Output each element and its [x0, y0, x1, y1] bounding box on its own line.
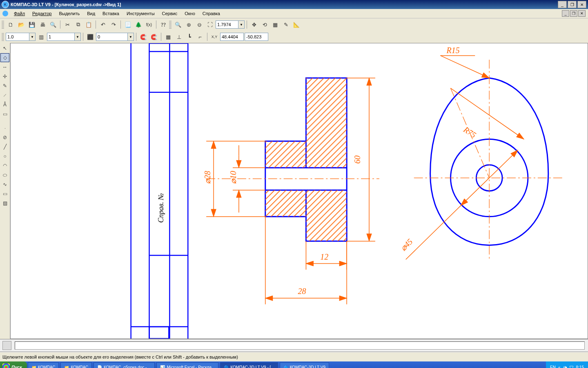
toolbar-state: 1.0 ▼ ▥ 1 ▼ ⬛ 0 ▼ 🧲 🧲 ▦ ⊥ ┗ ⌐ X,Y 48.440… — [0, 31, 588, 43]
menu-help[interactable]: Справка — [199, 10, 223, 17]
menu-service[interactable]: Сервис — [159, 10, 181, 17]
symbols-tool[interactable]: ✢ — [0, 72, 9, 81]
chevron-down-icon[interactable]: ▼ — [75, 33, 81, 41]
print-button[interactable]: 🖶 — [38, 20, 47, 29]
select-tool[interactable]: ↖ — [0, 44, 9, 53]
dimension-tool[interactable]: ↔ — [0, 63, 9, 72]
mdi-close-button[interactable]: ✕ — [578, 10, 586, 17]
command-input[interactable] — [15, 341, 585, 350]
tray-icon[interactable]: 🕪 — [563, 365, 567, 368]
geometry-tool[interactable]: ◇ — [0, 53, 9, 62]
coord-y[interactable]: -50.823 — [245, 33, 268, 41]
circle-tool[interactable]: ○ — [0, 152, 9, 161]
redraw-button[interactable]: ▦ — [270, 20, 280, 29]
save-button[interactable]: 💾 — [27, 20, 37, 29]
toolbar-grip[interactable] — [2, 20, 4, 29]
chevron-down-icon[interactable]: ▼ — [128, 33, 134, 41]
clock[interactable]: 8:15 — [576, 365, 584, 368]
new-button[interactable]: 🗋 — [6, 20, 16, 29]
color-combo[interactable]: 0 ▼ — [96, 33, 134, 41]
tray-icon[interactable]: 🛡 — [570, 365, 574, 368]
restore-button[interactable]: ❐ — [568, 1, 577, 8]
zoom-combo[interactable]: 1.7974 ▼ — [216, 20, 245, 29]
system-tray[interactable]: EN « 🕪 🛡 8:15 — [546, 361, 588, 368]
menu-edit[interactable]: Редактор — [29, 10, 55, 17]
scale-value[interactable]: 1.0 — [6, 33, 29, 41]
tray-icon[interactable]: « — [558, 365, 561, 368]
vars-button[interactable]: f(x) — [144, 20, 154, 29]
round-button[interactable]: ┗ — [185, 32, 194, 42]
chevron-down-icon[interactable]: ▼ — [238, 20, 245, 29]
copy-button[interactable]: ⧉ — [73, 20, 83, 29]
panel-icon[interactable] — [2, 341, 11, 350]
point-tool[interactable]: ⸱ — [0, 123, 9, 132]
drawing-canvas[interactable]: Справ. № — [10, 43, 588, 339]
paste-button[interactable]: 📋 — [84, 20, 94, 29]
lang-indicator[interactable]: EN — [550, 365, 556, 368]
pan-button[interactable]: ✥ — [249, 20, 259, 29]
menu-insert[interactable]: Вставка — [99, 10, 122, 17]
mdi-minimize-button[interactable]: _ — [562, 10, 569, 17]
svg-rect-17 — [306, 190, 347, 241]
redo-button[interactable]: ↷ — [109, 20, 118, 29]
zoom-value[interactable]: 1.7974 — [216, 20, 238, 29]
menu-file[interactable]: Файл — [11, 10, 28, 17]
task-item[interactable]: 🔷КОМПАС-3D LT V9 — [280, 362, 329, 368]
ellipse-tool[interactable]: ⬭ — [0, 171, 9, 180]
menu-select[interactable]: Выделить — [56, 10, 83, 17]
preview-button[interactable]: 🔍 — [48, 20, 58, 29]
task-item[interactable]: 📊Microsoft Excel - Раскла... — [156, 362, 218, 368]
open-button[interactable]: 📂 — [16, 20, 26, 29]
properties-button[interactable]: 📃 — [123, 20, 133, 29]
tree-button[interactable]: 🌲 — [134, 20, 143, 29]
layer-combo[interactable]: 1 ▼ — [47, 33, 81, 41]
cut-button[interactable]: ✂ — [62, 20, 72, 29]
edit-tool[interactable]: ✎ — [0, 81, 9, 90]
arc-tool[interactable]: ◠ — [0, 161, 9, 170]
measure-tool[interactable]: Å — [0, 100, 9, 109]
hatch-tool[interactable]: ▨ — [0, 199, 9, 208]
color-icon[interactable]: ⬛ — [85, 32, 95, 42]
rect-tool[interactable]: ▭ — [0, 189, 9, 198]
start-button[interactable]: Пуск — [0, 361, 27, 368]
chevron-down-icon[interactable]: ▼ — [29, 33, 36, 41]
aux-line-tool[interactable]: ⊘ — [0, 133, 9, 142]
menu-tools[interactable]: Инструменты — [123, 10, 158, 17]
zoom-fit-button[interactable]: ⛶ — [205, 20, 215, 29]
menu-window[interactable]: Окно — [181, 10, 198, 17]
zoom-window-button[interactable]: 🔍 — [173, 20, 183, 29]
excel-icon: 📊 — [160, 365, 165, 368]
snap-on-button[interactable]: 🧲 — [138, 32, 148, 42]
scale-combo[interactable]: 1.0 ▼ — [6, 33, 36, 41]
zoom-in-button[interactable]: ⊕ — [184, 20, 194, 29]
select-tool2[interactable]: ▭ — [0, 110, 9, 119]
layer-icon[interactable]: ▥ — [36, 32, 46, 42]
layer-value[interactable]: 1 — [47, 33, 75, 41]
help-pointer-button[interactable]: ⁇ — [158, 20, 168, 29]
line-tool[interactable]: ╱ — [0, 142, 9, 151]
zoom-out-button[interactable]: ⊖ — [194, 20, 204, 29]
lcs-button[interactable]: ⌐ — [195, 32, 205, 42]
color-value[interactable]: 0 — [96, 33, 128, 41]
menu-view[interactable]: Вид — [84, 10, 98, 17]
minimize-button[interactable]: _ — [558, 1, 567, 8]
mdi-restore-button[interactable]: ❐ — [570, 10, 577, 17]
task-item[interactable]: 📁КОМПАС — [60, 362, 92, 368]
task-item-active[interactable]: 🔵КОМПАС-3D LT V9 - [... — [220, 362, 278, 368]
grid-button[interactable]: ▦ — [163, 32, 173, 42]
refresh-button[interactable]: ✎ — [281, 20, 291, 29]
task-item[interactable]: 📄КОМПАС_сборка.doc - ... — [94, 362, 155, 368]
param-tool[interactable]: ⟋ — [0, 91, 9, 100]
snap-off-button[interactable]: 🧲 — [149, 32, 159, 42]
close-button[interactable]: ✕ — [577, 1, 586, 8]
task-item[interactable]: 📁КОМПАС — [28, 362, 59, 368]
coord-x[interactable]: 48.4404 — [220, 33, 244, 41]
undo-button[interactable]: ↶ — [98, 20, 108, 29]
measure-button[interactable]: 📐 — [292, 20, 301, 29]
dim-r15: R15 — [446, 46, 460, 55]
toolbar-grip[interactable] — [169, 20, 172, 29]
toolbar-grip[interactable] — [2, 33, 4, 41]
spline-tool[interactable]: ∿ — [0, 180, 9, 189]
ortho-button[interactable]: ⊥ — [174, 32, 184, 42]
zoom-prev-button[interactable]: ⟲ — [260, 20, 270, 29]
